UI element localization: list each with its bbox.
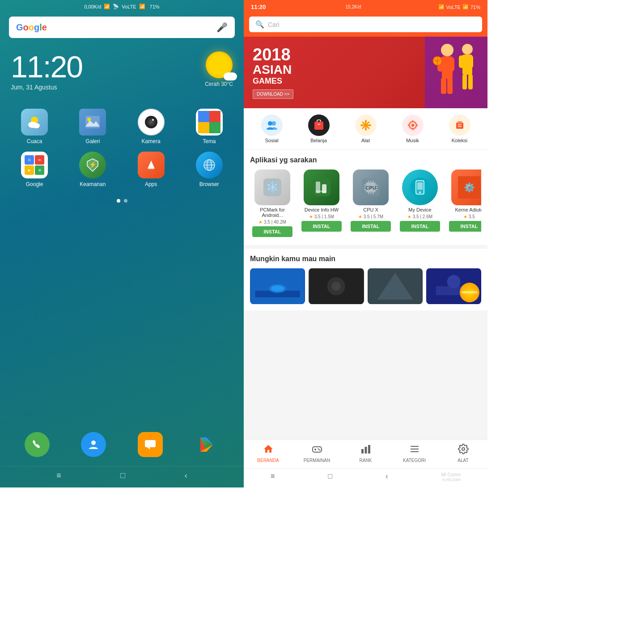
svg-rect-66 [456,123,463,129]
app-cuaca[interactable]: Cuaca [9,109,60,144]
svg-rect-72 [313,178,330,196]
left-wifi-icon: 📡 [113,4,119,9]
app-tema[interactable]: Tema [184,109,235,144]
app-galeri[interactable]: Galeri [67,109,118,144]
phone-icon [25,432,50,457]
app-google[interactable]: G m ▶ ⊞ Google [9,152,60,187]
svg-point-120 [462,448,465,450]
banner-title: ASIAN [253,63,293,77]
right-home-btn[interactable]: □ [328,472,332,482]
deviceinfo-rating: ★ 3.5 | 1.5M [309,214,334,219]
pcmark-install-btn[interactable]: INSTAL [252,226,292,237]
cat-belanja[interactable]: Belanja [308,114,330,143]
kerne-install-btn[interactable]: INSTAL [449,221,481,232]
game-2[interactable] [309,268,364,304]
game-3-bg [368,268,423,304]
recommended-title: Aplikasi yg sarakan [250,156,481,164]
cat-musik[interactable]: Musik [402,114,424,143]
dock-phone[interactable] [11,432,64,457]
mydevice-name: My Device [408,207,431,212]
svg-rect-37 [447,78,453,94]
right-panel: 11:20 15,2K/d 📶 VoLTE 📶 71% 🔍 Cari 2018 … [244,0,487,487]
right-volte: VoLTE [446,4,461,10]
games-section: Mungkin kamu mau main [244,249,487,310]
store-banner[interactable]: 2018 ASIAN GAMES DOWNLOAD >> [244,37,487,108]
svg-text:❄️: ❄️ [267,181,279,193]
right-back-btn[interactable]: ‹ [386,472,388,482]
mydevice-rating: ★ 3.5 | 2.6M [407,214,432,219]
pcmark-name: PCMark for Android... [252,207,292,218]
kamera-icon [138,109,165,136]
game-1[interactable] [250,268,305,304]
nav-rank[interactable]: RANK [341,444,390,463]
app-kamera[interactable]: Kamera [126,109,177,144]
cpux-install-btn[interactable]: INSTAL [351,221,391,232]
game-1-bg [250,268,305,304]
svg-rect-18 [148,166,154,169]
banner-illustration [389,37,487,108]
kamera-label: Kamera [142,138,161,144]
svg-point-93 [419,191,421,193]
deviceinfo-install-btn[interactable]: INSTAL [301,221,342,232]
messages-icon [138,432,163,457]
app-apps[interactable]: Apps [126,152,177,187]
mic-icon[interactable]: 🎤 [216,22,228,33]
svg-rect-13 [198,122,209,133]
dock-contacts[interactable] [67,432,120,457]
apps-row: ❄️ PCMark for Android... ★ 3.5 | 40.2M I… [250,169,481,239]
game-4[interactable]: MENANG [426,268,481,304]
left-battery: 71% [150,4,160,9]
nav-beranda[interactable]: BERANDA [244,444,292,463]
app-browser[interactable]: Browser [184,152,235,187]
game-3[interactable] [368,268,423,304]
dock-messages[interactable] [124,432,177,457]
google-icon: G m ▶ ⊞ [21,152,48,178]
nav-permainan[interactable]: PERMAINAN [292,444,341,463]
svg-rect-14 [209,122,220,133]
left-home-btn[interactable]: □ [120,471,125,480]
rank-icon [360,444,371,457]
store-scroll[interactable]: Aplikasi yg sarakan ❄️ PCMark for Androi… [244,150,487,440]
cpux-name: CPU X [363,207,378,212]
app-cpux-card[interactable]: CPU [348,169,393,237]
app-pcmark-card[interactable]: ❄️ PCMark for Android... ★ 3.5 | 40.2M I… [250,169,295,237]
apps-label: Apps [145,181,157,187]
left-panel: 0,00K/d 📶 📡 VoLTE 📶 71% Google 🎤 11:20 J… [0,0,244,487]
rank-label: RANK [360,458,372,463]
svg-point-24 [91,441,96,445]
left-menu-btn[interactable]: ≡ [56,471,61,480]
svg-rect-116 [368,445,370,453]
right-menu-btn[interactable]: ≡ [271,472,275,482]
svg-text:⚙️: ⚙️ [464,182,475,193]
store-search-bar[interactable]: 🔍 Cari [249,17,482,32]
svg-rect-43 [468,55,473,68]
left-speed: 0,00K/d [84,4,101,9]
google-search-bar[interactable]: Google 🎤 [9,17,235,38]
bottom-dock [0,427,244,466]
cat-koleksi[interactable]: Koleksi [449,114,470,143]
nav-kategori[interactable]: KATEGORI [390,444,439,463]
app-mydevice-card[interactable]: My Device ★ 3.5 | 2.6M INSTAL [398,169,442,237]
page-dot-2 [124,199,127,203]
svg-rect-11 [198,111,209,122]
mydevice-install-btn[interactable]: INSTAL [400,221,440,232]
banner-cta[interactable]: DOWNLOAD >> [253,89,293,99]
left-back-btn[interactable]: ‹ [185,471,187,480]
deviceinfo-icon [304,169,339,205]
store-bottom-nav: BERANDA PERMAINAN [244,440,487,468]
banner-year: 2018 [253,46,293,63]
recommended-section: Aplikasi yg sarakan ❄️ PCMark for Androi… [244,150,487,245]
svg-point-2 [33,123,40,128]
banner-subtitle: GAMES [253,77,293,86]
right-speed: 15,2K/d [346,4,361,9]
app-keamanan[interactable]: ⚡ Keamanan [67,152,118,187]
app-kerne-card[interactable]: ⚙️ Kerne Adiuto ★ 3.5 INSTAL [447,169,481,237]
cat-alat[interactable]: Alat [355,114,377,143]
dock-playstore[interactable] [180,432,233,457]
right-signal-icon: 📶 [438,4,445,10]
app-deviceinfo-card[interactable]: Device Info HW ★ 3.5 | 1.5M INSTAL [299,169,344,237]
cat-sosial[interactable]: Sosial [261,114,283,143]
nav-alat[interactable]: ALAT [439,444,487,463]
tema-label: Tema [203,138,216,144]
svg-rect-31 [425,37,487,108]
